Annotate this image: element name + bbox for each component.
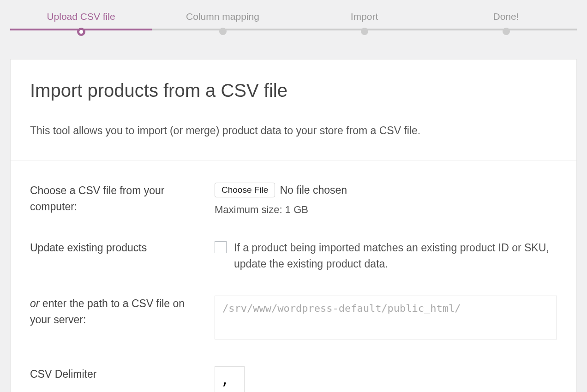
file-input-row: Choose File No file chosen bbox=[215, 183, 557, 197]
or-prefix: or bbox=[30, 297, 39, 309]
step-dot-icon bbox=[77, 28, 85, 36]
file-label: Choose a CSV file from your computer: bbox=[30, 183, 215, 216]
progress-steps: Upload CSV file Column mapping Import Do… bbox=[10, 0, 577, 45]
server-path-row: or enter the path to a CSV file on your … bbox=[30, 296, 557, 342]
step-done[interactable]: Done! bbox=[435, 11, 577, 36]
page-title: Import products from a CSV file bbox=[30, 80, 557, 101]
server-path-label: or enter the path to a CSV file on your … bbox=[30, 296, 215, 342]
delimiter-input[interactable] bbox=[215, 366, 245, 392]
update-description: If a product being imported matches an e… bbox=[234, 240, 557, 272]
step-import[interactable]: Import bbox=[294, 11, 435, 36]
delimiter-label: CSV Delimiter bbox=[30, 366, 215, 392]
choose-file-button[interactable]: Choose File bbox=[215, 183, 275, 197]
step-label: Column mapping bbox=[186, 11, 259, 22]
file-status: No file chosen bbox=[280, 184, 347, 196]
page-subtitle: This tool allows you to import (or merge… bbox=[30, 123, 557, 138]
file-row: Choose a CSV file from your computer: Ch… bbox=[30, 183, 557, 216]
step-dot-icon bbox=[503, 28, 510, 35]
update-control: If a product being imported matches an e… bbox=[215, 240, 557, 272]
delimiter-control bbox=[215, 366, 557, 392]
step-upload[interactable]: Upload CSV file bbox=[10, 11, 152, 36]
delimiter-row: CSV Delimiter bbox=[30, 366, 557, 392]
update-label: Update existing products bbox=[30, 240, 215, 272]
main-panel: Import products from a CSV file This too… bbox=[10, 59, 577, 392]
import-form: Choose a CSV file from your computer: Ch… bbox=[11, 160, 576, 392]
step-label: Done! bbox=[493, 11, 519, 22]
step-dot-icon bbox=[361, 28, 368, 35]
update-row: Update existing products If a product be… bbox=[30, 240, 557, 272]
step-dot-icon bbox=[219, 28, 227, 35]
step-label: Upload CSV file bbox=[47, 11, 115, 22]
update-checkbox[interactable] bbox=[215, 241, 227, 253]
step-column-mapping[interactable]: Column mapping bbox=[152, 11, 294, 36]
file-control: Choose File No file chosen Maximum size:… bbox=[215, 183, 557, 216]
server-path-control bbox=[215, 296, 557, 342]
step-label: Import bbox=[351, 11, 378, 22]
max-size-hint: Maximum size: 1 GB bbox=[215, 204, 557, 216]
server-path-label-text: enter the path to a CSV file on your ser… bbox=[30, 297, 185, 326]
panel-header: Import products from a CSV file This too… bbox=[11, 59, 576, 160]
update-checkbox-row: If a product being imported matches an e… bbox=[215, 240, 557, 272]
server-path-input[interactable] bbox=[215, 296, 557, 339]
